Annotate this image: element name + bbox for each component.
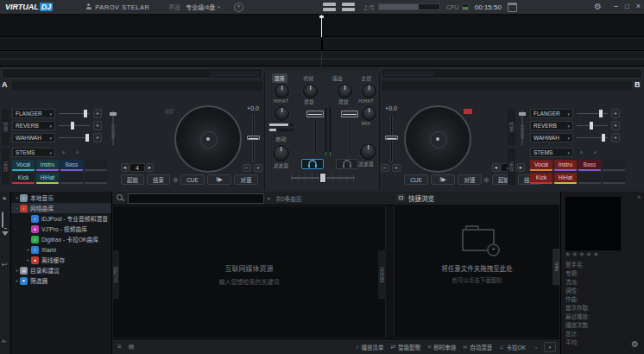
stem-pad[interactable]: Vocal [12, 160, 35, 171]
library-tree-item[interactable]: ▸ VJ'Pro - 视频曲库 [11, 224, 111, 234]
deck-b-pads-section-tab[interactable]: 采样 [508, 149, 515, 185]
trigger-label[interactable]: 启动 [265, 135, 297, 142]
fx-select[interactable]: FLANGER▾ [12, 109, 55, 118]
fx-amount-slider[interactable] [577, 121, 608, 130]
stem-pad[interactable] [603, 160, 625, 171]
tree-expander[interactable]: + [14, 195, 20, 200]
mic-mix-slider[interactable] [269, 129, 294, 131]
footer-button[interactable]: ⇄ 智能配歌 [390, 343, 420, 351]
stem-pad[interactable]: Instru [554, 160, 577, 171]
stem-pad[interactable]: Kick [12, 173, 35, 184]
headphone-volume-knob[interactable] [362, 84, 376, 98]
search-input[interactable] [128, 193, 264, 204]
deck-a-title-bar[interactable] [2, 68, 262, 79]
deck-a-pitch-plus-button[interactable]: + [254, 164, 262, 172]
mixer-tab[interactable]: 搓盘 [330, 73, 345, 83]
stem-pad[interactable]: Instru [36, 160, 59, 171]
fx-select[interactable]: FLANGER▾ [530, 109, 573, 118]
library-tree-item[interactable]: + ▼ 筛选器 [11, 275, 111, 286]
zoom-slider-handle[interactable] [519, 112, 526, 116]
tree-expander[interactable]: + [25, 247, 31, 252]
fx-add-button[interactable]: + [611, 109, 620, 118]
stem-pad[interactable] [85, 160, 107, 171]
fx-amount-slider[interactable] [59, 133, 90, 142]
headphone-mix-knob[interactable] [362, 106, 376, 121]
fx-select[interactable]: REVERB▾ [12, 121, 55, 130]
fx-add-button[interactable]: + [611, 121, 620, 130]
channel1-fader-handle[interactable] [306, 111, 324, 117]
left-strip-secondary-knob[interactable] [275, 106, 289, 121]
deck-a-loop-out-button[interactable]: 结束 [147, 174, 170, 185]
stem-pad[interactable]: HiHat [36, 173, 59, 184]
library-tree-item[interactable]: ♪ Digitrax - 卡拉OK曲库 [11, 234, 111, 244]
deck-b-pitch-plus-button[interactable]: + [392, 164, 401, 172]
fx-add-button[interactable]: + [93, 133, 102, 142]
sidelist-collapsed-tab[interactable]: 副列表 [112, 250, 119, 299]
stem-pad[interactable] [60, 173, 83, 184]
info-menu-icon[interactable]: ≡ [637, 194, 641, 200]
grid-view-icon[interactable]: ▤ [129, 344, 135, 351]
deck-b-overview-lane[interactable] [382, 81, 632, 91]
footer-button[interactable]: ♪ 播放清单 [356, 343, 384, 351]
fx-select[interactable]: WAHWAH▾ [530, 133, 573, 142]
fx-amount-slider[interactable] [577, 109, 608, 118]
footer-button[interactable]: ♫ 卡拉OK [499, 343, 526, 351]
channel1-cue-button[interactable] [301, 159, 324, 169]
zoom-slider-handle[interactable] [110, 112, 117, 116]
deck-a-loop-length[interactable]: 4 [129, 163, 145, 172]
screen-view-icon[interactable] [2, 212, 3, 228]
album-art[interactable] [565, 197, 621, 250]
fx-amount-slider[interactable] [577, 133, 608, 142]
master-knob[interactable] [275, 84, 289, 98]
deck-a-sync-button[interactable]: 对速 [234, 174, 258, 185]
library-tree-item[interactable]: + ● 离线缓存 [11, 255, 111, 265]
deck-b-loop-half-button[interactable]: ◂ [492, 163, 500, 172]
stem-pad[interactable]: HiHat [554, 173, 577, 184]
search-results-panel[interactable]: 互联网媒体资源 输入您想检索的关键词 [112, 205, 386, 338]
deck-a-overview-lane[interactable] [12, 81, 262, 91]
favorites-star-icon[interactable]: ★ [2, 195, 7, 202]
tree-expander[interactable]: + [25, 257, 31, 262]
fx-add-button[interactable]: + [93, 121, 102, 130]
fx-select[interactable]: WAHWAH▾ [12, 133, 55, 142]
stem-pad[interactable] [578, 173, 601, 184]
deck-b-fx-section-tab[interactable]: 效果 [508, 109, 515, 145]
list-menu-icon[interactable]: ≡ [117, 343, 122, 351]
deck-b-play-button[interactable]: ‖▶ [431, 174, 455, 185]
library-tree-item[interactable]: + ▤ 目录和建议 [11, 265, 111, 275]
layout-select[interactable]: 专业级/4盘 [186, 3, 215, 11]
mixer-tab[interactable]: 主控 [358, 73, 374, 83]
deck-a-pitch-minus-button[interactable]: − [243, 164, 251, 172]
deck-a-stems-select[interactable]: STEMS▾ [12, 148, 55, 157]
quick-browse-dropzone[interactable]: + 将任意文件夹拖拽至此处 也可以点击下面图标 [394, 204, 560, 338]
deck-b-zoom-slider[interactable]: ZOOM [518, 109, 527, 147]
deck-b-jogwheel[interactable] [404, 105, 471, 173]
tree-expander[interactable]: + [14, 268, 20, 273]
right-filter-knob[interactable] [360, 143, 376, 160]
filter-funnel-icon[interactable] [2, 231, 9, 236]
tree-expander[interactable]: + [14, 278, 20, 283]
deck-a-loop-half-button[interactable]: ◂ [121, 163, 129, 172]
crossfader-handle[interactable] [319, 173, 326, 183]
deck-a-loop-double-button[interactable]: ▸ [146, 163, 154, 172]
search-options-chevron-icon[interactable]: ▾ [268, 196, 270, 201]
help-icon[interactable]: ? [234, 3, 243, 12]
channel1-gain-knob[interactable] [303, 84, 318, 98]
library-tree-item[interactable]: - ♪ 网络曲库 [11, 203, 111, 213]
undo-history-icon[interactable]: ↩ [2, 261, 8, 269]
stem-pad[interactable] [603, 173, 625, 184]
mic-level-slider[interactable] [269, 123, 294, 126]
stem-pad[interactable]: Bass [578, 160, 601, 171]
library-tree-item[interactable]: + ♪ 本地音乐 [11, 193, 111, 203]
footer-button[interactable]: ∞ 自动混音 [463, 343, 492, 351]
deck-b-cue-button[interactable]: CUE [404, 174, 428, 185]
channel2-fader-handle[interactable] [341, 111, 358, 117]
stem-pad[interactable]: Bass [60, 160, 83, 171]
mixer-tab[interactable]: 视频 [300, 73, 316, 83]
stem-pad[interactable]: Vocal [530, 160, 552, 171]
send-to-icon[interactable]: → [533, 344, 539, 350]
layout-two-rows-icon[interactable] [323, 3, 336, 11]
deck-a-play-button[interactable]: ‖▶ [207, 174, 231, 185]
font-size-tool[interactable]: A- [2, 338, 7, 344]
close-button[interactable]: × [636, 2, 641, 10]
